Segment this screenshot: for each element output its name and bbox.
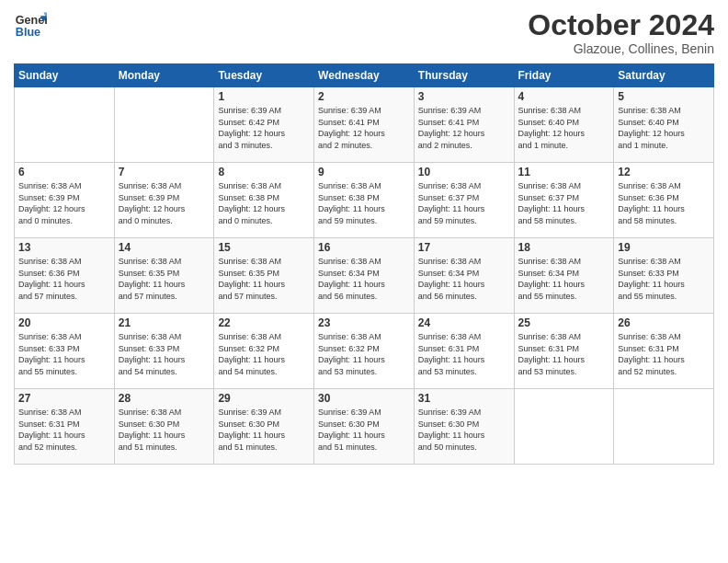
cell-info: Sunrise: 6:38 AMSunset: 6:30 PMDaylight:… <box>119 407 210 453</box>
day-number: 28 <box>119 392 210 405</box>
calendar-cell: 28Sunrise: 6:38 AMSunset: 6:30 PMDayligh… <box>114 389 214 465</box>
day-number: 17 <box>418 241 510 254</box>
day-number: 30 <box>318 392 410 405</box>
calendar-cell: 15Sunrise: 6:38 AMSunset: 6:35 PMDayligh… <box>214 238 314 314</box>
calendar-cell: 29Sunrise: 6:39 AMSunset: 6:30 PMDayligh… <box>214 389 314 465</box>
cell-info: Sunrise: 6:38 AMSunset: 6:39 PMDaylight:… <box>18 180 110 226</box>
day-header-thursday: Thursday <box>414 64 514 87</box>
day-number: 12 <box>618 166 710 178</box>
calendar-cell: 25Sunrise: 6:38 AMSunset: 6:31 PMDayligh… <box>514 314 614 389</box>
day-number: 8 <box>218 166 310 178</box>
day-number: 11 <box>518 166 610 178</box>
calendar-cell: 10Sunrise: 6:38 AMSunset: 6:37 PMDayligh… <box>414 163 514 238</box>
cell-info: Sunrise: 6:38 AMSunset: 6:34 PMDaylight:… <box>518 256 610 302</box>
day-number: 16 <box>318 241 410 254</box>
cell-info: Sunrise: 6:38 AMSunset: 6:40 PMDaylight:… <box>618 105 710 151</box>
day-number: 29 <box>218 392 310 405</box>
calendar-cell: 26Sunrise: 6:38 AMSunset: 6:31 PMDayligh… <box>614 314 714 389</box>
cell-info: Sunrise: 6:38 AMSunset: 6:31 PMDaylight:… <box>618 331 710 377</box>
cell-info: Sunrise: 6:38 AMSunset: 6:39 PMDaylight:… <box>119 180 210 226</box>
title-block: October 2024 Glazoue, Collines, Benin <box>528 9 714 56</box>
cell-info: Sunrise: 6:39 AMSunset: 6:30 PMDaylight:… <box>318 407 410 453</box>
calendar-cell: 1Sunrise: 6:39 AMSunset: 6:42 PMDaylight… <box>214 87 314 163</box>
cell-info: Sunrise: 6:38 AMSunset: 6:31 PMDaylight:… <box>18 407 110 453</box>
day-number: 22 <box>218 316 310 329</box>
calendar-cell: 3Sunrise: 6:39 AMSunset: 6:41 PMDaylight… <box>414 87 514 163</box>
cell-info: Sunrise: 6:38 AMSunset: 6:33 PMDaylight:… <box>119 331 210 377</box>
day-number: 20 <box>18 316 110 329</box>
page: General Blue October 2024 Glazoue, Colli… <box>0 0 728 563</box>
cell-info: Sunrise: 6:38 AMSunset: 6:33 PMDaylight:… <box>18 331 110 377</box>
day-header-sunday: Sunday <box>15 64 115 87</box>
calendar-cell <box>514 389 614 465</box>
day-number: 10 <box>418 166 510 178</box>
cell-info: Sunrise: 6:39 AMSunset: 6:42 PMDaylight:… <box>218 105 310 151</box>
calendar-cell: 5Sunrise: 6:38 AMSunset: 6:40 PMDaylight… <box>614 87 714 163</box>
cell-info: Sunrise: 6:39 AMSunset: 6:30 PMDaylight:… <box>418 407 510 453</box>
calendar-cell: 23Sunrise: 6:38 AMSunset: 6:32 PMDayligh… <box>314 314 415 389</box>
calendar-cell: 7Sunrise: 6:38 AMSunset: 6:39 PMDaylight… <box>114 163 214 238</box>
cell-info: Sunrise: 6:38 AMSunset: 6:37 PMDaylight:… <box>518 180 610 226</box>
day-number: 3 <box>418 90 510 103</box>
logo-icon: General Blue <box>14 9 47 42</box>
day-number: 13 <box>18 241 110 254</box>
cell-info: Sunrise: 6:38 AMSunset: 6:32 PMDaylight:… <box>318 331 410 377</box>
calendar-cell: 17Sunrise: 6:38 AMSunset: 6:34 PMDayligh… <box>414 238 514 314</box>
cell-info: Sunrise: 6:38 AMSunset: 6:40 PMDaylight:… <box>518 105 610 151</box>
calendar-cell: 14Sunrise: 6:38 AMSunset: 6:35 PMDayligh… <box>114 238 214 314</box>
day-number: 24 <box>418 316 510 329</box>
calendar-cell: 2Sunrise: 6:39 AMSunset: 6:41 PMDaylight… <box>314 87 415 163</box>
week-row-4: 27Sunrise: 6:38 AMSunset: 6:31 PMDayligh… <box>15 389 714 465</box>
day-number: 5 <box>618 90 710 103</box>
day-number: 9 <box>318 166 410 178</box>
header-row: SundayMondayTuesdayWednesdayThursdayFrid… <box>15 64 714 87</box>
day-number: 23 <box>318 316 410 329</box>
calendar-cell: 6Sunrise: 6:38 AMSunset: 6:39 PMDaylight… <box>15 163 115 238</box>
day-number: 27 <box>18 392 110 405</box>
day-header-friday: Friday <box>514 64 614 87</box>
day-header-wednesday: Wednesday <box>314 64 415 87</box>
day-number: 25 <box>518 316 610 329</box>
header: General Blue October 2024 Glazoue, Colli… <box>14 9 714 56</box>
day-number: 18 <box>518 241 610 254</box>
calendar-cell: 27Sunrise: 6:38 AMSunset: 6:31 PMDayligh… <box>15 389 115 465</box>
week-row-1: 6Sunrise: 6:38 AMSunset: 6:39 PMDaylight… <box>15 163 714 238</box>
day-number: 2 <box>318 90 410 103</box>
day-number: 7 <box>119 166 210 178</box>
month-title: October 2024 <box>528 9 714 41</box>
week-row-2: 13Sunrise: 6:38 AMSunset: 6:36 PMDayligh… <box>15 238 714 314</box>
day-number: 14 <box>119 241 210 254</box>
calendar-cell: 24Sunrise: 6:38 AMSunset: 6:31 PMDayligh… <box>414 314 514 389</box>
cell-info: Sunrise: 6:38 AMSunset: 6:38 PMDaylight:… <box>318 180 410 226</box>
day-header-tuesday: Tuesday <box>214 64 314 87</box>
cell-info: Sunrise: 6:39 AMSunset: 6:30 PMDaylight:… <box>218 407 310 453</box>
day-number: 6 <box>18 166 110 178</box>
calendar-cell: 11Sunrise: 6:38 AMSunset: 6:37 PMDayligh… <box>514 163 614 238</box>
day-number: 1 <box>218 90 310 103</box>
calendar-table: SundayMondayTuesdayWednesdayThursdayFrid… <box>14 63 714 465</box>
day-number: 26 <box>618 316 710 329</box>
calendar-cell: 13Sunrise: 6:38 AMSunset: 6:36 PMDayligh… <box>15 238 115 314</box>
cell-info: Sunrise: 6:38 AMSunset: 6:34 PMDaylight:… <box>318 256 410 302</box>
cell-info: Sunrise: 6:39 AMSunset: 6:41 PMDaylight:… <box>318 105 410 151</box>
cell-info: Sunrise: 6:38 AMSunset: 6:35 PMDaylight:… <box>218 256 310 302</box>
day-number: 21 <box>119 316 210 329</box>
logo: General Blue <box>14 9 47 42</box>
calendar-cell: 18Sunrise: 6:38 AMSunset: 6:34 PMDayligh… <box>514 238 614 314</box>
cell-info: Sunrise: 6:38 AMSunset: 6:32 PMDaylight:… <box>218 331 310 377</box>
cell-info: Sunrise: 6:38 AMSunset: 6:34 PMDaylight:… <box>418 256 510 302</box>
cell-info: Sunrise: 6:38 AMSunset: 6:36 PMDaylight:… <box>18 256 110 302</box>
calendar-cell: 31Sunrise: 6:39 AMSunset: 6:30 PMDayligh… <box>414 389 514 465</box>
calendar-cell: 21Sunrise: 6:38 AMSunset: 6:33 PMDayligh… <box>114 314 214 389</box>
day-number: 4 <box>518 90 610 103</box>
location: Glazoue, Collines, Benin <box>528 41 714 56</box>
calendar-cell <box>114 87 214 163</box>
cell-info: Sunrise: 6:38 AMSunset: 6:35 PMDaylight:… <box>119 256 210 302</box>
calendar-cell: 30Sunrise: 6:39 AMSunset: 6:30 PMDayligh… <box>314 389 415 465</box>
calendar-cell: 16Sunrise: 6:38 AMSunset: 6:34 PMDayligh… <box>314 238 415 314</box>
day-number: 19 <box>618 241 710 254</box>
cell-info: Sunrise: 6:38 AMSunset: 6:37 PMDaylight:… <box>418 180 510 226</box>
calendar-cell <box>15 87 115 163</box>
calendar-cell: 9Sunrise: 6:38 AMSunset: 6:38 PMDaylight… <box>314 163 415 238</box>
cell-info: Sunrise: 6:38 AMSunset: 6:36 PMDaylight:… <box>618 180 710 226</box>
